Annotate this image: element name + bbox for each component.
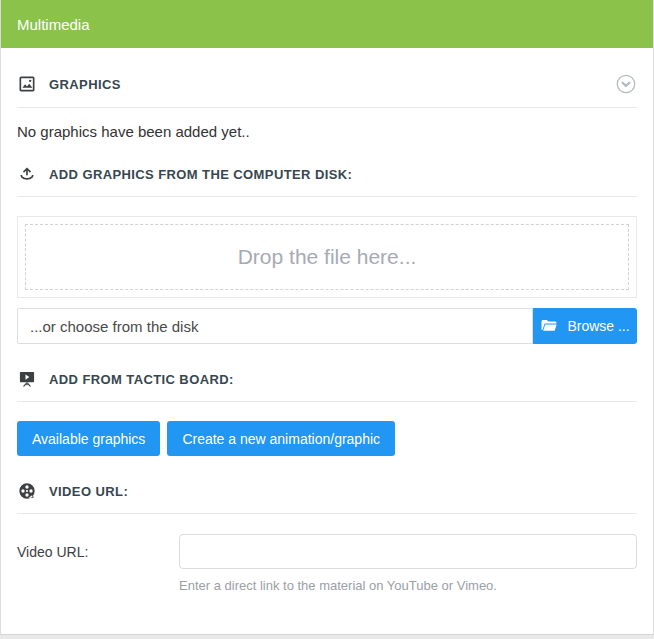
graphics-empty-message: No graphics have been added yet.. [17,123,637,140]
graphics-section-header: GRAPHICS [17,73,637,95]
open-folder-icon [540,317,558,335]
tactic-board-header: ADD FROM TACTIC BOARD: [17,369,637,389]
tactic-board-actions: Available graphics Create a new animatio… [17,421,637,456]
file-dropzone[interactable]: Drop the file here... [17,216,637,298]
file-dropzone-inner: Drop the file here... [25,224,629,290]
video-url-helper-text: Enter a direct link to the material on Y… [179,578,637,593]
upload-icon [17,164,37,184]
file-choose-row: Browse ... [17,308,637,344]
divider [17,107,637,108]
divider [17,513,637,514]
file-path-input[interactable] [17,308,533,344]
video-url-title: VIDEO URL: [49,484,128,499]
dropzone-text: Drop the file here... [238,245,417,269]
divider [17,196,637,197]
add-from-disk-title: ADD GRAPHICS FROM THE COMPUTER DISK: [49,167,352,182]
browse-button-label: Browse ... [567,318,629,334]
multimedia-panel: Multimedia GRAPHICS No graphics hav [0,0,654,635]
browse-button[interactable]: Browse ... [533,308,637,344]
video-url-label: Video URL: [17,544,179,560]
panel-header: Multimedia [1,0,653,48]
available-graphics-button[interactable]: Available graphics [17,421,160,456]
video-url-header: VIDEO URL: [17,481,637,501]
create-animation-button[interactable]: Create a new animation/graphic [167,421,395,456]
tactic-board-icon [17,369,37,389]
video-url-input[interactable] [179,534,637,569]
panel-body: GRAPHICS No graphics have been added yet… [1,48,653,634]
add-from-disk-header: ADD GRAPHICS FROM THE COMPUTER DISK: [17,164,637,184]
film-reel-icon [17,481,37,501]
panel-title: Multimedia [17,16,90,33]
video-url-form-row: Video URL: [17,534,637,569]
graphics-section-title: GRAPHICS [49,77,121,92]
tactic-board-title: ADD FROM TACTIC BOARD: [49,372,234,387]
divider [17,401,637,402]
image-icon [17,74,37,94]
chevron-down-circle-icon[interactable] [615,73,637,95]
